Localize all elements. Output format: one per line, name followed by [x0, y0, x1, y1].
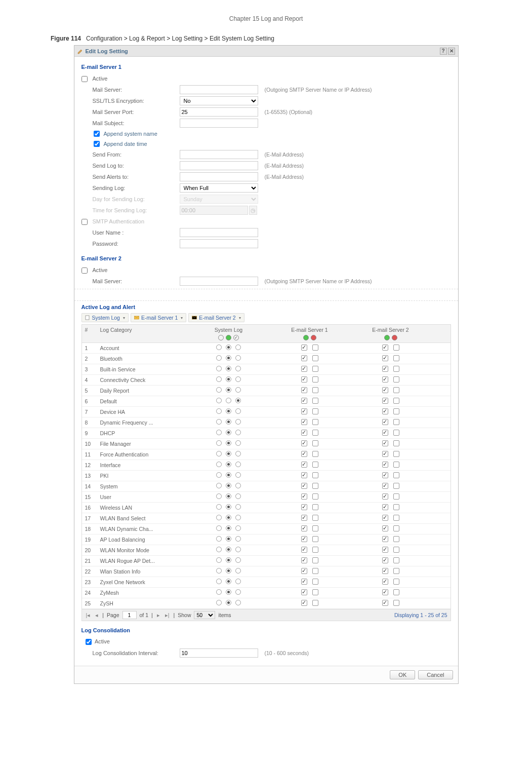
table-row[interactable]: 15User: [82, 492, 451, 503]
checkbox[interactable]: [382, 472, 388, 478]
active-checkbox-1[interactable]: [81, 76, 88, 82]
radio-option[interactable]: [226, 504, 231, 510]
radio-option[interactable]: [226, 600, 231, 605]
checkbox[interactable]: [312, 483, 318, 489]
table-row[interactable]: 7Device HA: [82, 407, 451, 417]
checkbox[interactable]: [301, 408, 307, 414]
checkbox[interactable]: [393, 589, 399, 595]
radio-option[interactable]: [226, 579, 231, 584]
radio-option[interactable]: [226, 589, 231, 595]
radio-option[interactable]: [216, 568, 222, 574]
checkbox[interactable]: [312, 451, 318, 457]
checkbox[interactable]: [301, 568, 307, 574]
checkbox[interactable]: [382, 536, 388, 542]
checkbox[interactable]: [382, 504, 388, 510]
checkbox[interactable]: [382, 600, 388, 606]
radio-option[interactable]: [216, 557, 222, 563]
active-checkbox-2[interactable]: [81, 268, 88, 274]
checkbox[interactable]: [312, 547, 318, 553]
radio-option[interactable]: [226, 483, 231, 488]
checkbox[interactable]: [312, 600, 318, 606]
table-row[interactable]: 25ZySH: [82, 598, 451, 609]
radio-option[interactable]: [216, 483, 222, 488]
checkbox[interactable]: [393, 462, 399, 468]
mail-server2-input[interactable]: [180, 277, 258, 286]
checkbox[interactable]: [312, 568, 318, 574]
checkbox[interactable]: [312, 355, 318, 361]
table-row[interactable]: 18WLAN Dynamic Cha...: [82, 524, 451, 534]
cancel-button[interactable]: Cancel: [418, 670, 453, 679]
checkbox[interactable]: [301, 525, 307, 531]
checkbox[interactable]: [312, 579, 318, 585]
checkbox[interactable]: [382, 355, 388, 361]
radio-option[interactable]: [235, 408, 241, 414]
radio-option[interactable]: [226, 515, 231, 520]
radio-option[interactable]: [235, 504, 241, 510]
checkbox[interactable]: [301, 515, 307, 521]
checkbox[interactable]: [393, 472, 399, 478]
table-row[interactable]: 10File Manager: [82, 439, 451, 449]
table-row[interactable]: 22Wlan Station Info: [82, 566, 451, 577]
checkbox[interactable]: [301, 398, 307, 404]
checkbox[interactable]: [393, 408, 399, 414]
radio-option[interactable]: [216, 398, 222, 403]
checkbox[interactable]: [382, 376, 388, 383]
next-page-button[interactable]: ▸: [156, 612, 161, 618]
radio-option[interactable]: [235, 387, 241, 393]
checkbox[interactable]: [312, 525, 318, 531]
checkbox[interactable]: [382, 557, 388, 563]
checkbox[interactable]: [312, 376, 318, 383]
radio-option[interactable]: [216, 600, 222, 605]
radio-option[interactable]: [226, 462, 231, 467]
checkbox[interactable]: [382, 493, 388, 500]
th-num[interactable]: #: [82, 325, 97, 342]
checkbox[interactable]: [301, 589, 307, 595]
interval-input[interactable]: [180, 648, 258, 658]
checkbox[interactable]: [382, 408, 388, 414]
radio-option[interactable]: [235, 536, 241, 542]
radio-option[interactable]: [216, 387, 222, 393]
radio-option[interactable]: [216, 440, 222, 446]
checkbox[interactable]: [301, 355, 307, 361]
radio-option[interactable]: [226, 536, 231, 542]
checkbox[interactable]: [393, 355, 399, 361]
last-page-button[interactable]: ▸|: [164, 612, 171, 618]
checkbox[interactable]: [382, 515, 388, 521]
checkbox[interactable]: [393, 398, 399, 404]
checkbox[interactable]: [393, 493, 399, 500]
radio-option[interactable]: [235, 568, 241, 574]
checkbox[interactable]: [393, 419, 399, 425]
radio-option[interactable]: [226, 547, 231, 552]
table-row[interactable]: 5Daily Report: [82, 386, 451, 396]
radio-option[interactable]: [235, 579, 241, 584]
checkbox[interactable]: [312, 366, 318, 372]
checkbox[interactable]: [382, 547, 388, 553]
radio-option[interactable]: [226, 387, 231, 393]
tab-email-2[interactable]: E-mail Server 2: [188, 313, 244, 322]
checkbox[interactable]: [393, 600, 399, 606]
checkbox[interactable]: [301, 440, 307, 446]
radio-option[interactable]: [235, 376, 241, 382]
radio-option[interactable]: [235, 600, 241, 605]
pass-input[interactable]: [180, 239, 258, 248]
checkbox[interactable]: [301, 430, 307, 436]
checkbox[interactable]: [301, 366, 307, 372]
table-row[interactable]: 6Default: [82, 396, 451, 407]
table-row[interactable]: 12Interface: [82, 460, 451, 471]
checkbox[interactable]: [301, 557, 307, 563]
radio-option[interactable]: [235, 525, 241, 531]
radio-option[interactable]: [216, 419, 222, 425]
checkbox[interactable]: [382, 451, 388, 457]
th-category[interactable]: Log Category: [97, 325, 188, 342]
table-row[interactable]: 3Built-in Service: [82, 364, 451, 375]
port-input[interactable]: [180, 107, 258, 117]
checkbox[interactable]: [301, 493, 307, 500]
close-icon[interactable]: ✕: [448, 48, 455, 55]
table-row[interactable]: 11Force Authentication: [82, 449, 451, 460]
table-row[interactable]: 17WLAN Band Select: [82, 513, 451, 524]
checkbox[interactable]: [393, 387, 399, 393]
table-row[interactable]: 9DHCP: [82, 428, 451, 439]
checkbox[interactable]: [301, 579, 307, 585]
checkbox[interactable]: [312, 589, 318, 595]
user-input[interactable]: [180, 228, 258, 237]
